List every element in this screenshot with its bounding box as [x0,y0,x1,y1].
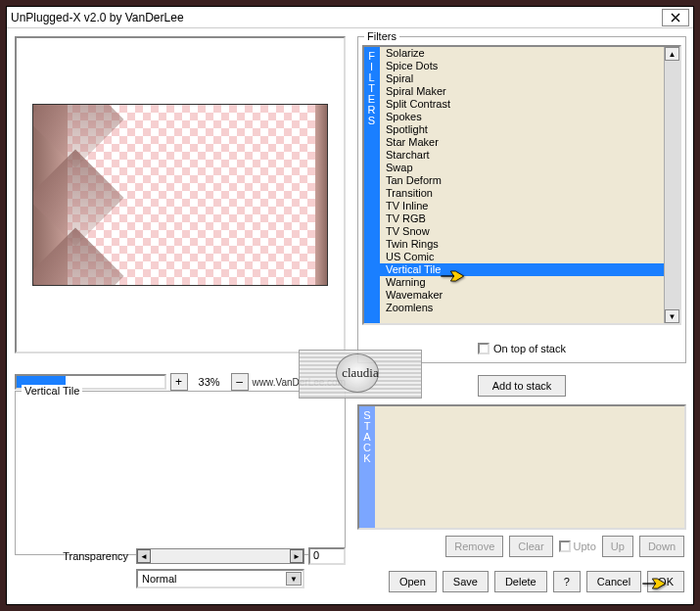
list-item[interactable]: Starchart [380,149,664,162]
ontop-row: On top of stack [358,343,685,354]
down-button[interactable]: Down [639,536,684,557]
preview-box [15,36,346,353]
list-item[interactable]: Vertical Tile [380,263,664,276]
chevron-down-icon[interactable]: ▼ [286,572,302,586]
transparency-label: Transparency [15,550,132,562]
list-item[interactable]: TV Snow [380,225,664,238]
list-item[interactable]: Wavemaker [380,289,664,302]
bottom-controls: Transparency ◄ ► 0 Normal ▼ [15,547,346,592]
ok-button[interactable]: OK [647,571,684,592]
list-item[interactable]: Star Maker [380,136,664,149]
dialog-buttons: Open Save Delete ? Cancel OK [357,571,686,592]
remove-button[interactable]: Remove [445,536,503,557]
zoom-value: 33% [192,376,227,388]
preview-image [32,104,328,286]
list-item[interactable]: Twin Rings [380,238,664,251]
zoom-out-button[interactable]: – [231,373,249,391]
scroll-left-icon[interactable]: ◄ [137,549,151,563]
app-window: UnPlugged-X v2.0 by VanDerLee + 33% – ww… [6,6,694,605]
ontop-label: On top of stack [493,343,566,354]
list-item[interactable]: US Comic [380,251,664,263]
filters-legend: Filters [364,30,399,42]
filters-group: Filters FILTERS SolarizeSpice DotsSpiral… [357,36,686,363]
left-pane: + 33% – www.VanDerLee.com Vertical Tile … [13,34,350,598]
upto-checkbox[interactable] [559,540,571,552]
help-button[interactable]: ? [553,571,581,592]
scroll-right-icon[interactable]: ► [290,549,303,563]
open-button[interactable]: Open [389,571,437,592]
save-button[interactable]: Save [443,571,489,592]
upto-label: Upto [574,540,596,552]
filter-settings-legend: Vertical Tile [22,385,82,397]
list-item[interactable]: Solarize [380,47,664,60]
brand-link[interactable]: www.VanDerLee.com [253,377,346,388]
scroll-down-icon[interactable]: ▼ [665,309,679,323]
list-item[interactable]: Swap [380,162,664,174]
zoom-in-button[interactable]: + [170,373,188,391]
list-item[interactable]: Spotlight [380,123,664,136]
stack-buttons: Remove Clear Upto Up Down [357,536,686,557]
up-button[interactable]: Up [602,536,633,557]
cancel-button[interactable]: Cancel [586,571,641,592]
stack-vertical-tab: STACK [359,406,375,528]
filter-settings-group: Vertical Tile [15,391,346,555]
list-item[interactable]: Tan Deform [380,174,664,187]
add-to-stack-button[interactable]: Add to stack [478,375,566,397]
list-item[interactable]: TV Inline [380,200,664,212]
list-item[interactable]: Transition [380,187,664,200]
delete-button[interactable]: Delete [494,571,547,592]
blend-mode-value: Normal [142,573,176,585]
list-item[interactable]: Zoomlens [380,302,664,314]
list-item[interactable]: TV RGB [380,212,664,225]
stack-list: STACK [357,404,686,530]
content: + 33% – www.VanDerLee.com Vertical Tile … [7,28,693,604]
clear-button[interactable]: Clear [509,536,552,557]
list-item[interactable]: Spokes [380,111,664,123]
list-item[interactable]: Spice Dots [380,60,664,72]
scroll-up-icon[interactable]: ▲ [665,47,679,61]
list-item[interactable]: Spiral [380,72,664,85]
close-button[interactable] [662,9,689,26]
filters-list: FILTERS SolarizeSpice DotsSpiralSpiral M… [362,45,681,325]
ontop-checkbox[interactable] [478,343,490,354]
list-item[interactable]: Split Contrast [380,98,664,111]
right-pane: Filters FILTERS SolarizeSpice DotsSpiral… [357,34,688,598]
titlebar: UnPlugged-X v2.0 by VanDerLee [7,7,693,28]
filters-scrollbar[interactable]: ▲ ▼ [664,47,679,323]
list-item[interactable]: Spiral Maker [380,85,664,98]
transparency-scrollbar[interactable]: ◄ ► [136,548,304,564]
window-title: UnPlugged-X v2.0 by VanDerLee [11,11,662,24]
list-item[interactable]: Warning [380,276,664,289]
transparency-input[interactable]: 0 [308,547,346,565]
filters-vertical-tab: FILTERS [364,47,380,323]
blend-mode-select[interactable]: Normal ▼ [136,569,304,588]
